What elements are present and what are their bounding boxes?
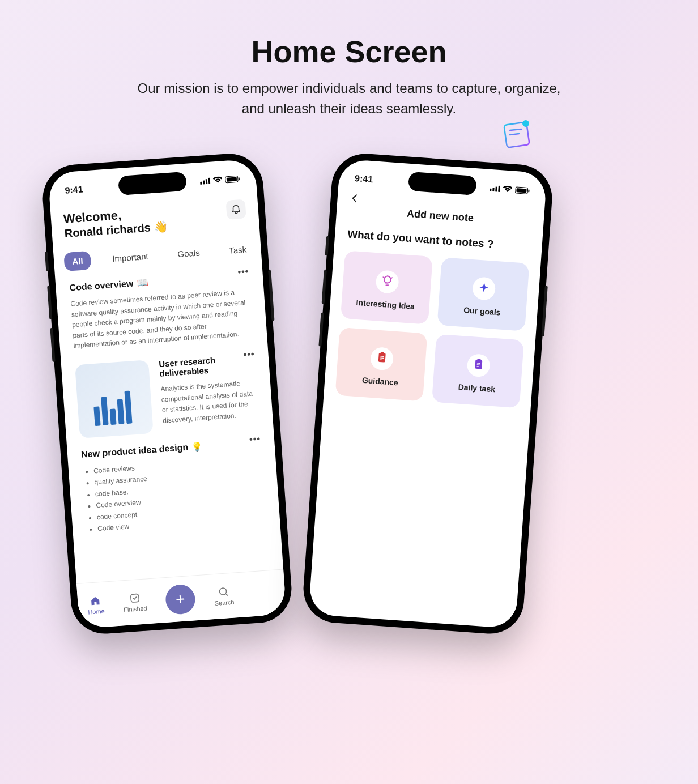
card-more-button[interactable]: ••• [243,349,255,360]
note-type-idea[interactable]: Interesting Idea [341,250,433,325]
svg-point-3 [522,120,529,127]
chevron-left-icon [350,194,359,203]
note-type-label: Our goals [463,305,501,317]
note-card[interactable]: ••• New product idea design 💡 Code revie… [66,425,280,542]
svg-rect-14 [490,189,491,191]
note-type-goals[interactable]: Our goals [437,257,529,331]
svg-rect-7 [208,178,211,184]
sparkle-icon [477,281,491,296]
note-card[interactable]: ••• User research deliverables Analytics… [61,340,274,439]
svg-rect-9 [227,177,237,181]
status-icons [200,175,241,185]
svg-line-2 [510,134,519,135]
svg-rect-17 [498,186,500,192]
note-body: Code review sometimes referred to as pee… [70,286,254,351]
nav-label: Home [88,608,105,616]
status-time: 9:41 [355,173,373,185]
clipboard-icon [375,351,389,366]
svg-rect-19 [516,188,526,193]
svg-rect-10 [239,177,240,180]
nav-label: Finished [124,604,147,613]
wave-icon: 👋 [154,219,169,234]
nav-label: Search [214,599,235,607]
add-note-button[interactable]: + [165,583,197,615]
bottom-nav: Home Finished + Search [76,569,287,628]
note-title: User research deliverables [159,352,256,378]
note-type-label: Guidance [361,376,398,387]
svg-rect-4 [200,182,202,185]
note-body: Analytics is the systematic computationa… [160,377,259,426]
book-icon: 📖 [137,277,148,288]
note-type-label: Interesting Idea [356,298,415,311]
tab-goals[interactable]: Goals [169,242,208,264]
note-thumbnail [75,360,154,438]
back-button[interactable] [350,194,359,206]
svg-rect-15 [492,188,494,191]
note-type-daily-task[interactable]: Daily task [432,334,524,408]
tab-product[interactable]: Produc [267,236,287,257]
svg-rect-6 [206,179,208,184]
nav-search[interactable]: Search [214,586,235,607]
svg-rect-20 [528,189,529,192]
bell-icon [231,204,241,215]
note-type-guidance[interactable]: Guidance [335,327,427,402]
svg-rect-28 [477,359,480,361]
nav-finished[interactable]: Finished [122,591,147,613]
notifications-button[interactable] [225,199,246,220]
phone-mockup-add-note: 9:41 Add new note What do you want to no… [301,151,555,636]
svg-point-21 [384,276,391,283]
svg-rect-5 [203,180,205,184]
search-icon [218,586,229,598]
svg-point-12 [219,588,227,595]
page-subtitle: Our mission is to empower individuals an… [134,78,564,119]
svg-rect-23 [380,352,384,354]
note-title: Code overview [69,278,134,293]
nav-home[interactable]: Home [87,595,105,616]
tab-task[interactable]: Task [220,240,255,261]
task-list-icon [471,357,485,373]
tab-all[interactable]: All [63,251,91,271]
plus-icon: + [175,590,186,608]
bulb-icon: 💡 [191,441,203,453]
status-icons [490,184,530,194]
note-type-label: Daily task [458,382,495,394]
home-icon [90,595,101,607]
phone-mockup-home: 9:41 Welcome, Ronald richards 👋 [41,151,294,636]
svg-line-1 [510,129,521,130]
svg-rect-16 [495,186,497,191]
card-more-button[interactable]: ••• [249,434,261,445]
note-list: Code reviews quality assurance code base… [93,454,266,535]
status-time: 9:41 [65,185,83,196]
card-more-button[interactable]: ••• [237,266,249,277]
check-icon [129,592,141,604]
note-card[interactable]: ••• Code overview 📖 Code review sometime… [55,258,267,355]
note-title: New product idea design [81,442,189,460]
svg-line-13 [226,594,228,595]
page-title: Home Screen [0,0,698,69]
svg-rect-22 [378,353,385,363]
lightbulb-icon [380,274,394,289]
svg-rect-27 [475,360,482,369]
note-icon [502,117,535,152]
